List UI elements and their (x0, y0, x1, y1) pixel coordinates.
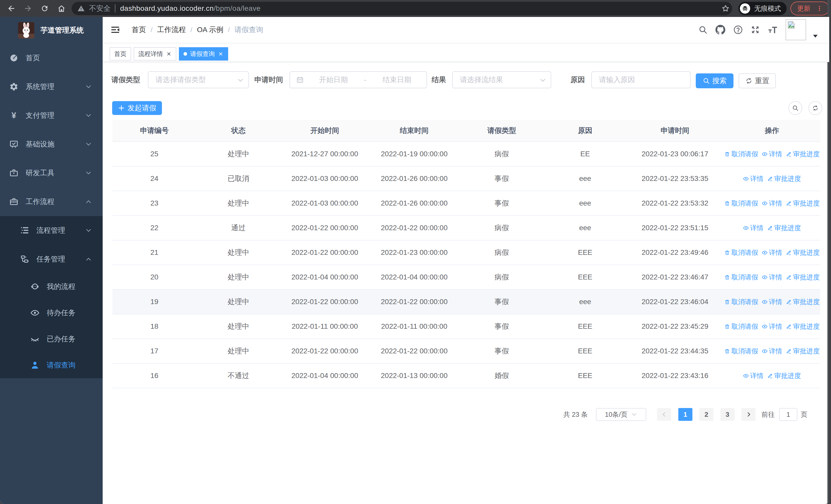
approval-progress-link[interactable]: 审批进度 (786, 248, 820, 257)
detail-link[interactable]: 详情 (762, 199, 782, 208)
fullscreen-icon[interactable] (751, 25, 760, 34)
browser-update-button[interactable]: 更新 (791, 2, 829, 16)
sidebar-item-工作流程[interactable]: 工作流程 (0, 187, 103, 216)
next-page-button[interactable] (741, 408, 755, 421)
reset-button[interactable]: 重置 (739, 73, 776, 88)
sidebar-item-已办任务[interactable]: 已办任务 (0, 326, 103, 352)
sidebar-item-研发工具[interactable]: 研发工具 (0, 158, 103, 187)
address-bar[interactable]: 不安全 dashboard.yudao.iocoder.cn/bpm/oa/le… (71, 2, 732, 15)
goto-page-input[interactable] (779, 408, 797, 421)
approval-progress-link[interactable]: 审批进度 (786, 347, 820, 356)
tab-close-icon[interactable] (166, 51, 172, 57)
sidebar-item-支付管理[interactable]: 支付管理 (0, 101, 103, 130)
search-button[interactable]: 搜索 (696, 73, 734, 88)
show-search-toggle-button[interactable] (789, 101, 802, 115)
cell-leave-type: 事假 (459, 290, 544, 314)
cell-start-time: 2022-01-11 00:00:00 (281, 314, 369, 338)
detail-link[interactable]: 详情 (743, 371, 764, 380)
user-menu-caret-icon[interactable] (813, 35, 818, 38)
browser-reload-button[interactable] (39, 3, 50, 13)
detail-link[interactable]: 详情 (743, 224, 764, 233)
approval-progress-link[interactable]: 审批进度 (786, 297, 820, 306)
leave-type-select[interactable]: 请选择请假类型 (148, 71, 249, 88)
bookmark-star-icon[interactable] (721, 4, 730, 13)
sidebar-item-待办任务[interactable]: 待办任务 (0, 300, 103, 326)
menu-item-label: 流程管理 (36, 226, 65, 235)
detail-link[interactable]: 详情 (762, 150, 782, 158)
sidebar-item-任务管理[interactable]: 任务管理 (0, 245, 103, 273)
active-tab-dot (183, 52, 187, 56)
eye-icon (30, 308, 39, 318)
sidebar-item-系统管理[interactable]: 系统管理 (0, 72, 103, 101)
incognito-label: 无痕模式 (754, 4, 781, 13)
approval-progress-link[interactable]: 审批进度 (767, 174, 801, 183)
help-icon[interactable] (733, 25, 743, 35)
cell-reason: EEE (544, 339, 626, 363)
page-size-select[interactable]: 10条/页 (596, 408, 646, 421)
detail-link[interactable]: 详情 (762, 322, 782, 331)
detail-link[interactable]: 详情 (762, 248, 782, 257)
user-avatar[interactable] (785, 19, 806, 40)
tab-close-icon[interactable] (218, 51, 224, 57)
browser-menu-icon[interactable] (816, 5, 823, 12)
detail-link[interactable]: 详情 (743, 174, 764, 183)
tab-label: 首页 (114, 50, 126, 58)
approval-progress-link[interactable]: 审批进度 (767, 371, 801, 380)
cancel-leave-link[interactable]: 取消请假 (724, 199, 758, 208)
table-row: 25 处理中 2021-12-27 00:00:00 2022-01-19 00… (112, 142, 820, 167)
refresh-table-button[interactable] (808, 101, 822, 115)
cell-start-time: 2022-01-22 00:00:00 (281, 290, 369, 314)
apply-time-range-picker[interactable]: 开始日期 - 结束日期 (289, 71, 427, 88)
result-select[interactable]: 请选择流结果 (452, 71, 551, 88)
detail-link[interactable]: 详情 (762, 347, 782, 356)
cancel-leave-link[interactable]: 取消请假 (724, 297, 758, 306)
cell-status: 通过 (196, 216, 281, 240)
sidebar-item-基础设施[interactable]: 基础设施 (0, 130, 103, 158)
cancel-leave-link[interactable]: 取消请假 (724, 273, 758, 282)
header-search-icon[interactable] (698, 25, 708, 34)
approval-progress-link[interactable]: 审批进度 (786, 150, 820, 158)
tab-流程详情[interactable]: 流程详情 (134, 47, 176, 61)
cancel-leave-link[interactable]: 取消请假 (724, 150, 758, 158)
page-button-1[interactable]: 1 (678, 408, 692, 421)
browser-forward-button[interactable] (23, 3, 33, 13)
browser-back-button[interactable] (6, 3, 17, 13)
tab-首页[interactable]: 首页 (110, 47, 131, 61)
sidebar-item-流程管理[interactable]: 流程管理 (0, 216, 103, 245)
detail-link[interactable]: 详情 (762, 297, 782, 306)
reason-input[interactable]: 请输入原因 (591, 71, 691, 88)
sidebar-logo[interactable]: 芋道管理系统 (0, 17, 103, 43)
approval-progress-link[interactable]: 审批进度 (786, 199, 820, 208)
sidebar-item-我的流程[interactable]: 我的流程 (0, 273, 103, 300)
create-leave-button[interactable]: 发起请假 (112, 101, 162, 115)
approval-progress-link[interactable]: 审批进度 (767, 224, 801, 233)
browser-toolbar: 不安全 dashboard.yudao.iocoder.cn/bpm/oa/le… (0, 0, 829, 17)
sidebar-item-首页[interactable]: 首页 (0, 43, 103, 72)
tab-请假查询[interactable]: 请假查询 (179, 47, 228, 61)
logo-image (18, 22, 34, 38)
result-label: 结果 (432, 71, 446, 88)
sidebar-collapse-icon[interactable] (110, 25, 120, 34)
font-size-icon[interactable] (768, 25, 778, 35)
cell-leave-type: 病假 (459, 240, 544, 265)
detail-link[interactable]: 详情 (762, 273, 782, 282)
approval-progress-link[interactable]: 审批进度 (786, 273, 820, 282)
breadcrumb-item[interactable]: 首页 (132, 25, 146, 35)
page-main: 请假类型 请选择请假类型 申请时间 开始日期 - 结束日期 结果 请选择流结果 (103, 62, 829, 504)
breadcrumb-item[interactable]: 工作流程 (157, 25, 186, 35)
cell-start-time: 2022-01-04 00:00:00 (281, 265, 369, 289)
sidebar-item-请假查询[interactable]: 请假查询 (0, 352, 103, 378)
page-button-2[interactable]: 2 (699, 408, 713, 421)
github-icon[interactable] (715, 25, 725, 35)
page-button-3[interactable]: 3 (720, 408, 735, 421)
browser-home-button[interactable] (56, 3, 66, 13)
urlbar-divider (115, 4, 115, 12)
approval-progress-link[interactable]: 审批进度 (786, 322, 820, 331)
cancel-leave-link[interactable]: 取消请假 (724, 347, 758, 356)
prev-page-button[interactable] (657, 408, 671, 421)
cancel-leave-link[interactable]: 取消请假 (724, 322, 758, 331)
cell-actions: 取消请假 详情 审批进度 (724, 191, 820, 215)
cancel-leave-link[interactable]: 取消请假 (724, 248, 758, 257)
cell-actions: 详情 审批进度 (724, 216, 820, 240)
breadcrumb-item[interactable]: OA 示例 (197, 25, 223, 35)
